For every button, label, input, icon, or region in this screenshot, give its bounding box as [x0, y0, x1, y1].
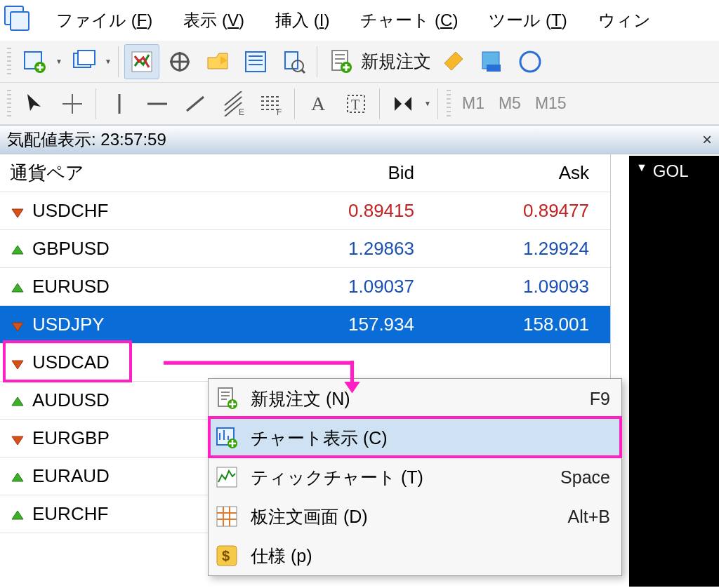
context-menu-item[interactable]: $仕様 (p): [209, 536, 621, 575]
close-icon[interactable]: ×: [702, 130, 712, 149]
chart-panel[interactable]: ▼ GOL: [629, 156, 719, 587]
svg-text:T: T: [351, 97, 360, 112]
symbol-label: EURCHF: [32, 503, 108, 525]
context-item-shortcut: Space: [560, 467, 610, 488]
horizontal-line-button[interactable]: [140, 86, 175, 121]
symbol-label: USDCAD: [32, 352, 110, 373]
arrows-dropdown[interactable]: [422, 86, 433, 121]
table-row[interactable]: USDJPY157.934158.001: [0, 306, 610, 344]
context-item-shortcut: F9: [590, 389, 610, 409]
new-chart-dropdown[interactable]: [53, 44, 65, 79]
new-order-button[interactable]: [323, 44, 358, 79]
toolbar-grip[interactable]: [447, 90, 451, 118]
table-row[interactable]: EURUSD1.090371.09093: [0, 268, 610, 306]
equidistant-channel-button[interactable]: E: [216, 86, 251, 121]
cursor-button[interactable]: [17, 86, 52, 121]
timeframe-m1[interactable]: M1: [455, 94, 492, 113]
symbol-label: GBPUSD: [32, 238, 110, 260]
svg-text:F: F: [277, 107, 282, 116]
context-menu-item[interactable]: 新規注文 (N)F9: [209, 379, 621, 418]
arrow-up-icon: [10, 279, 25, 295]
context-item-label: 板注文画面 (D): [251, 505, 558, 528]
chart-tab-label: GOL: [653, 161, 689, 181]
ask-value: 1.29924: [435, 238, 610, 260]
tick-icon: [213, 463, 241, 491]
chevron-down-icon: ▼: [636, 161, 647, 174]
toolbar-grip[interactable]: [7, 48, 11, 76]
arrow-up-icon: [10, 393, 25, 408]
trendline-button[interactable]: [178, 86, 213, 121]
context-item-shortcut: Alt+B: [568, 507, 610, 527]
vertical-line-button[interactable]: [102, 86, 137, 121]
menu-chart[interactable]: チャート (C): [345, 4, 473, 37]
arrow-up-icon: [10, 241, 25, 257]
context-menu-item[interactable]: チャート表示 (C): [209, 418, 621, 457]
market-watch-toggle[interactable]: [124, 44, 159, 79]
arrow-down-icon: [10, 431, 25, 446]
context-item-label: ティックチャート (T): [251, 466, 550, 489]
symbol-label: AUDUSD: [32, 389, 110, 411]
arrows-button[interactable]: [385, 86, 421, 121]
arrow-down-icon: [10, 317, 25, 333]
text-label-button[interactable]: T: [338, 86, 374, 121]
ask-value: 158.001: [435, 314, 610, 335]
toolbar-grip[interactable]: [7, 90, 11, 118]
header-bid[interactable]: Bid: [253, 162, 435, 184]
doc-plus-icon: [213, 385, 241, 413]
navigator-button[interactable]: [200, 44, 235, 79]
menu-window[interactable]: ウィン: [583, 4, 666, 37]
menu-file[interactable]: ファイル (F): [41, 4, 168, 37]
table-row[interactable]: GBPUSD1.298631.29924: [0, 230, 610, 268]
menu-bar: ファイル (F) 表示 (V) 挿入 (I) チャート (C) ツール (T) …: [0, 0, 719, 41]
market-watch-header: 気配値表示: 23:57:59 ×: [0, 125, 719, 154]
market-watch-title: 気配値表示: 23:57:59: [7, 128, 166, 151]
menu-view[interactable]: 表示 (V): [168, 4, 260, 37]
new-order-label[interactable]: 新規注文: [360, 50, 435, 73]
profiles-button[interactable]: [66, 44, 101, 79]
mql-button[interactable]: [513, 44, 548, 79]
context-menu-item[interactable]: 板注文画面 (D)Alt+B: [209, 497, 621, 536]
menu-insert[interactable]: 挿入 (I): [260, 4, 345, 37]
symbol-label: EURAUD: [32, 465, 110, 487]
bid-value: 0.89415: [253, 200, 435, 222]
ask-value: 0.89477: [435, 200, 610, 222]
symbol-label: USDJPY: [32, 314, 105, 335]
arrow-down-icon: [10, 203, 25, 219]
header-symbol[interactable]: 通貨ペア: [0, 161, 253, 185]
svg-text:E: E: [239, 107, 244, 116]
strategy-tester-button[interactable]: [276, 44, 311, 79]
chart-plus-icon: [213, 424, 241, 452]
table-row[interactable]: USDCHF0.894150.89477: [0, 192, 610, 230]
terminal-button[interactable]: [238, 44, 273, 79]
crosshair-button[interactable]: [55, 86, 90, 121]
menu-tools[interactable]: ツール (T): [473, 4, 582, 37]
autotrading-button[interactable]: [475, 44, 510, 79]
toolbar-main: 新規注文: [0, 41, 719, 83]
app-icon: [3, 4, 35, 36]
svg-rect-23: [217, 507, 237, 526]
bid-value: 1.09037: [253, 276, 435, 298]
timeframe-m5[interactable]: M5: [492, 94, 528, 113]
context-menu: 新規注文 (N)F9チャート表示 (C)ティックチャート (T)Space板注文…: [208, 378, 622, 576]
table-header-row: 通貨ペア Bid Ask: [0, 154, 610, 192]
new-chart-button[interactable]: [17, 44, 52, 79]
header-ask[interactable]: Ask: [435, 162, 610, 184]
context-menu-item[interactable]: ティックチャート (T)Space: [209, 457, 621, 497]
fibonacci-button[interactable]: F: [253, 86, 289, 121]
arrow-up-icon: [10, 469, 25, 484]
data-window-button[interactable]: [162, 44, 197, 79]
text-button[interactable]: A: [301, 86, 336, 121]
context-item-label: 仕様 (p): [251, 544, 600, 568]
svg-text:$: $: [222, 548, 230, 563]
symbol-label: USDCHF: [32, 200, 108, 222]
table-row[interactable]: USDCAD: [0, 344, 610, 382]
timeframe-m15[interactable]: M15: [528, 94, 574, 113]
toolbar-drawing: E F A T M1 M5 M15: [0, 83, 719, 125]
ask-value: 1.09093: [435, 276, 610, 298]
profiles-dropdown[interactable]: [103, 44, 114, 79]
svg-rect-6: [246, 52, 265, 72]
svg-rect-3: [78, 51, 95, 65]
arrow-up-icon: [10, 507, 25, 522]
svg-point-13: [520, 52, 540, 72]
metaeditor-button[interactable]: [437, 44, 472, 79]
